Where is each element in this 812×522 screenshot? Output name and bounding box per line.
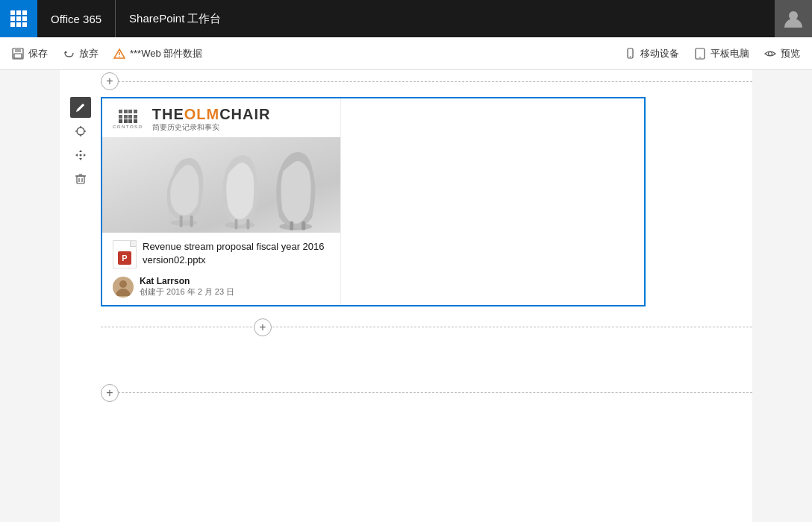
office365-label: Office 365 (37, 0, 116, 37)
add-section-line-bottom (110, 392, 752, 393)
svg-rect-31 (302, 221, 305, 230)
svg-rect-25 (190, 216, 193, 227)
toolbar: 保存 放弃 ***Web 部件数据 移动设备 平板电脑 (0, 37, 812, 70)
brand-chair: CHAIR (219, 106, 270, 122)
pencil-icon (75, 102, 86, 113)
sharepoint-label: SharePoint 工作台 (116, 12, 234, 26)
brand-header: THEOLMCHAIR 简要历史记录和事实 (152, 106, 271, 133)
warning-icon (113, 48, 125, 60)
add-section-line-middle (101, 327, 752, 327)
user-avatar-button[interactable] (775, 0, 812, 37)
main-content: + (0, 70, 812, 522)
pptx-file-icon: P (113, 240, 137, 268)
add-section-line-top (110, 81, 752, 82)
brand-olm: OLM (184, 106, 219, 122)
preview-button[interactable]: 预览 (764, 47, 800, 60)
svg-point-8 (630, 56, 631, 57)
svg-rect-28 (246, 219, 249, 230)
move-icon (75, 149, 87, 161)
preview-header: CONTOSO THEOLMCHAIR 简要历史记录和事实 (102, 98, 340, 137)
tablet-icon (694, 48, 706, 60)
top-add-section-row: + (60, 70, 752, 92)
brand-title: THEOLMCHAIR (152, 106, 271, 122)
svg-point-10 (699, 57, 701, 58)
edit-pencil-button[interactable] (70, 97, 91, 118)
mobile-icon (624, 48, 636, 60)
middle-add-section-row: + (60, 317, 752, 338)
file-title: Revenue stream proposal fiscal year 2016… (143, 240, 330, 267)
move-button[interactable] (70, 145, 91, 166)
file-info-row: P Revenue stream proposal fiscal year 20… (113, 240, 330, 268)
document-preview-panel: CONTOSO THEOLMCHAIR 简要历史记录和事实 (102, 98, 341, 305)
svg-point-23 (171, 220, 198, 226)
webpart-content-area: CONTOSO THEOLMCHAIR 简要历史记录和事实 (101, 92, 752, 314)
webpart-data-button[interactable]: ***Web 部件数据 (113, 47, 202, 60)
webpart-card: CONTOSO THEOLMCHAIR 简要历史记录和事实 (101, 97, 646, 306)
svg-rect-30 (290, 221, 293, 230)
avatar-person-icon (113, 277, 134, 298)
eye-icon (764, 48, 776, 60)
author-row: Kat Larrson 创建于 2016 年 2 月 23 日 (113, 276, 330, 298)
svg-point-12 (77, 128, 84, 135)
webpart-right-panel (341, 98, 644, 305)
discard-button[interactable]: 放弃 (63, 47, 99, 60)
add-section-button-bottom[interactable]: + (101, 384, 119, 402)
section-tools-column (60, 92, 101, 314)
svg-point-32 (119, 280, 127, 288)
tablet-button[interactable]: 平板电脑 (694, 47, 749, 60)
svg-point-6 (119, 56, 120, 57)
trash-icon (75, 174, 86, 184)
trash-button[interactable] (70, 169, 91, 189)
app-grid-button[interactable] (0, 0, 37, 37)
author-info: Kat Larrson 创建于 2016 年 2 月 23 日 (140, 276, 234, 298)
add-section-button-top[interactable]: + (101, 72, 119, 90)
author-avatar (113, 277, 134, 298)
bottom-add-section-row: + (60, 383, 752, 403)
mobile-button[interactable]: 移动设备 (624, 47, 679, 60)
crosshair-button[interactable] (70, 121, 91, 142)
crosshair-icon (75, 125, 87, 137)
svg-rect-27 (234, 219, 237, 230)
svg-rect-2 (15, 48, 21, 52)
author-name: Kat Larrson (140, 276, 234, 286)
svg-point-17 (79, 154, 81, 157)
contoso-text: CONTOSO (113, 125, 143, 129)
brand-the: THE (152, 106, 184, 122)
logo-grid (119, 110, 137, 123)
content-section: CONTOSO THEOLMCHAIR 简要历史记录和事实 (60, 92, 752, 314)
save-button[interactable]: 保存 (12, 47, 48, 60)
svg-rect-18 (77, 176, 84, 183)
contoso-logo: CONTOSO (113, 110, 143, 129)
svg-rect-24 (180, 216, 183, 227)
svg-point-11 (769, 51, 772, 55)
chair-illustration (102, 137, 340, 233)
brand-subtitle: 简要历史记录和事实 (152, 122, 219, 133)
user-icon (783, 8, 804, 29)
app-grid-icon (10, 10, 27, 27)
file-info-area: P Revenue stream proposal fiscal year 20… (102, 233, 340, 305)
undo-icon (63, 48, 75, 60)
save-icon (12, 48, 24, 60)
add-section-button-middle[interactable]: + (254, 318, 272, 336)
author-date: 创建于 2016 年 2 月 23 日 (140, 286, 234, 298)
svg-rect-3 (14, 54, 22, 58)
chair-image-area (102, 137, 340, 233)
page-container: + (60, 70, 752, 522)
top-navigation: Office 365 SharePoint 工作台 (0, 0, 812, 37)
